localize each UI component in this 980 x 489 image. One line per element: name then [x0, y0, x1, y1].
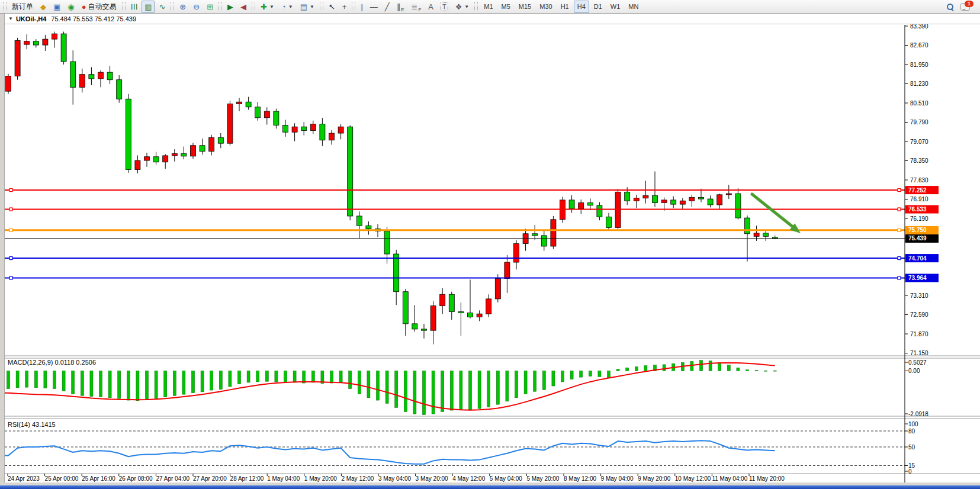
data-window-icon[interactable]: ◆ [37, 1, 49, 13]
svg-text:71.150: 71.150 [910, 350, 928, 356]
timeframe-button-d1[interactable]: D1 [590, 1, 606, 13]
toolbar-gripper [3, 2, 7, 11]
fibonacci-icon[interactable]: ≣F [408, 1, 424, 13]
timeframe-button-h1[interactable]: H1 [557, 1, 573, 13]
timeframe-button-h4[interactable]: H4 [574, 1, 589, 13]
horizontal-line-icon: — [370, 3, 378, 11]
templates-icon[interactable]: ▤▼ [297, 1, 317, 13]
svg-text:-2.0918: -2.0918 [908, 411, 928, 417]
ohlc-readout: 75.484 75.553 75.412 75.439 [51, 15, 136, 22]
svg-text:4 May 12:00: 4 May 12:00 [452, 475, 485, 482]
chart-title-bar: ▼ UKOil-,H4 75.484 75.553 75.412 75.439 [5, 14, 980, 24]
tile-windows-icon: ⊞ [207, 3, 213, 11]
templates-icon-dropdown[interactable]: ▼ [310, 4, 314, 9]
svg-text:5 May 04:00: 5 May 04:00 [490, 475, 522, 482]
svg-text:24 Apr 2023: 24 Apr 2023 [8, 475, 40, 482]
svg-text:0.5027: 0.5027 [908, 359, 927, 366]
svg-text:78.350: 78.350 [910, 157, 928, 164]
trendline-icon[interactable]: ╱ [382, 1, 393, 13]
equidistant-channel-icon[interactable]: ∥E [394, 1, 407, 13]
timeframe-button-m15[interactable]: M15 [515, 1, 535, 13]
auto-scroll-icon[interactable]: ▶ [224, 1, 236, 13]
periods-clock-icon-dropdown[interactable]: ▼ [288, 4, 293, 9]
window-left-frame [0, 14, 5, 483]
auto-scroll-icon: ▶ [227, 3, 233, 11]
zoom-out-icon[interactable]: ⊖ [190, 1, 203, 13]
svg-text:3 May 20:00: 3 May 20:00 [416, 475, 448, 482]
new-order-button-label: 新订单 [12, 2, 33, 12]
chart-shift-icon[interactable]: ◀ [237, 1, 249, 13]
zoom-in-icon: ⊕ [179, 3, 186, 11]
add-indicator-icon-dropdown[interactable]: ▼ [269, 4, 274, 9]
svg-text:9 May 20:00: 9 May 20:00 [638, 475, 670, 482]
svg-text:73.310: 73.310 [910, 292, 928, 299]
main-toolbar: 新订单◆▣◉●自动交易☰▥∿⊕⊖⊞▶◀✚▼◔▼▤▼↖+|—╱∥E≣FAT❖▼M1… [0, 0, 980, 14]
navigator-icon[interactable]: ◉ [65, 1, 77, 13]
toolbar-gripper [352, 2, 355, 11]
toolbar-gripper [320, 2, 323, 11]
svg-text:79.790: 79.790 [910, 119, 928, 126]
notifications-button[interactable]: 1 [957, 1, 973, 13]
svg-text:71.870: 71.870 [910, 331, 928, 337]
market-watch-icon: ▣ [53, 3, 60, 11]
fibonacci-icon: ≣ [411, 3, 417, 11]
svg-text:5 May 20:00: 5 May 20:00 [526, 475, 559, 482]
svg-text:28 Apr 12:00: 28 Apr 12:00 [230, 475, 264, 482]
timeframe-button-m30[interactable]: M30 [536, 1, 555, 13]
bar-chart-type-icon[interactable]: ☰ [128, 1, 141, 13]
vertical-line-icon[interactable]: | [358, 1, 365, 13]
add-indicator-icon[interactable]: ✚▼ [258, 1, 277, 13]
rsi-indicator-label: RSI(14) 43.1415 [8, 421, 56, 428]
toolbar-gripper [122, 2, 126, 11]
zoom-in-icon[interactable]: ⊕ [176, 1, 189, 13]
text-icon[interactable]: A [425, 1, 436, 13]
line-chart-type-icon[interactable]: ∿ [156, 1, 168, 13]
new-order-button[interactable]: 新订单 [9, 1, 36, 13]
timeframe-button-m1[interactable]: M1 [480, 1, 496, 13]
timeframe-button-m5[interactable]: M5 [498, 1, 514, 13]
add-indicator-icon: ✚ [261, 3, 267, 11]
equidistant-channel-icon-letter: E [401, 7, 404, 12]
svg-text:80.510: 80.510 [910, 100, 928, 107]
svg-text:75.439: 75.439 [908, 235, 927, 242]
svg-text:9 May 04:00: 9 May 04:00 [601, 475, 634, 482]
symbol-period-label: UKOil-,H4 [16, 15, 46, 22]
svg-text:11 May 04:00: 11 May 04:00 [712, 475, 747, 482]
svg-text:11 May 20:00: 11 May 20:00 [749, 475, 785, 482]
trendline-icon: ╱ [385, 3, 390, 11]
candlestick-chart-type-icon[interactable]: ▥ [142, 1, 155, 13]
svg-text:0: 0 [908, 468, 912, 475]
arrows-icon-dropdown[interactable]: ▼ [464, 4, 469, 9]
timeframe-button-w1[interactable]: W1 [607, 1, 624, 13]
search-button[interactable] [944, 1, 956, 13]
crosshair-icon[interactable]: + [339, 1, 350, 13]
svg-text:25 Apr 16:00: 25 Apr 16:00 [82, 475, 115, 482]
trading-platform-window: 新订单◆▣◉●自动交易☰▥∿⊕⊖⊞▶◀✚▼◔▼▤▼↖+|—╱∥E≣FAT❖▼M1… [0, 0, 980, 489]
timeframe-button-mn[interactable]: MN [625, 1, 642, 13]
svg-text:75.750: 75.750 [908, 227, 927, 233]
svg-text:77.252: 77.252 [908, 187, 927, 194]
chart-menu-icon[interactable]: ▼ [8, 16, 13, 21]
auto-trading-button[interactable]: ●自动交易 [79, 1, 120, 13]
svg-text:81.950: 81.950 [910, 62, 928, 68]
svg-text:1 May 04:00: 1 May 04:00 [267, 475, 300, 482]
svg-text:76.190: 76.190 [910, 215, 928, 222]
search-icon [947, 4, 953, 10]
periods-clock-icon[interactable]: ◔▼ [278, 1, 296, 13]
arrows-icon[interactable]: ❖▼ [452, 1, 473, 13]
line-chart-type-icon: ∿ [159, 3, 165, 11]
tile-windows-icon[interactable]: ⊞ [204, 1, 216, 13]
auto-trading-button-label: 自动交易 [88, 2, 117, 12]
svg-text:79.070: 79.070 [910, 139, 928, 145]
chat-bubble-icon: 1 [960, 3, 970, 11]
horizontal-line-icon[interactable]: — [367, 1, 381, 13]
svg-text:76.533: 76.533 [908, 206, 927, 213]
cursor-icon[interactable]: ↖ [326, 1, 338, 13]
svg-text:81.230: 81.230 [910, 81, 928, 87]
market-watch-icon[interactable]: ▣ [50, 1, 63, 13]
text-label-icon[interactable]: T [438, 1, 451, 13]
svg-text:3 May 04:00: 3 May 04:00 [378, 475, 411, 482]
svg-text:27 Apr 04:00: 27 Apr 04:00 [156, 475, 189, 482]
svg-text:25 Apr 00:00: 25 Apr 00:00 [45, 475, 79, 482]
price-chart[interactable]: 83.39082.67081.95081.23080.51079.79079.0… [0, 0, 980, 489]
